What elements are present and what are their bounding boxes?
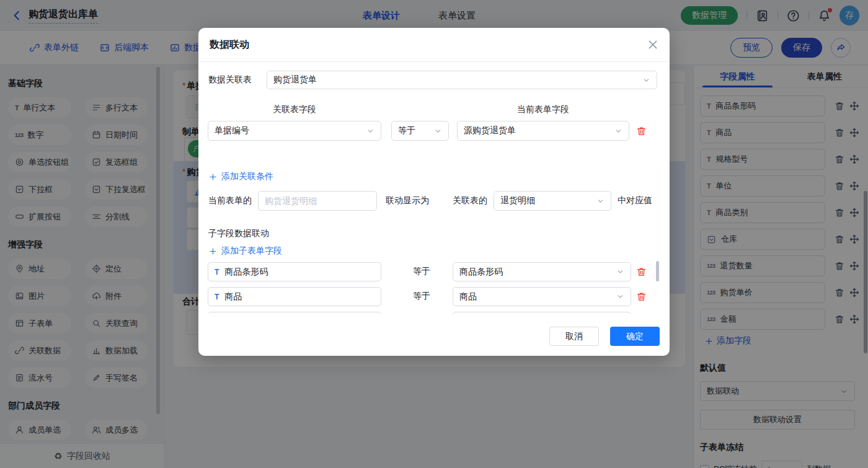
chevron-down-icon: [616, 293, 624, 301]
current-form-label: 当前表单的: [208, 195, 252, 206]
relation-table-value: 购货退货单: [273, 74, 317, 86]
subfield-mapping-row-clipped: [198, 312, 660, 314]
plus-icon: [209, 247, 217, 255]
subfield-target-value: 商品: [459, 291, 477, 302]
subfield-source-label: 商品条形码: [224, 267, 268, 278]
condition-operator-value: 等于: [398, 125, 415, 136]
condition-field-value: 单据编号: [215, 125, 249, 136]
left-column-header: 关联表字段: [208, 104, 381, 115]
text-icon: T: [215, 268, 219, 276]
add-condition-label: 添加关联条件: [221, 171, 273, 182]
plus-icon: [209, 173, 217, 181]
subfield-target-select[interactable]: 商品条形码: [453, 262, 631, 281]
data-linkage-modal: 数据联动 数据关联表 购货退货单 关联表字段 当前表单字段 单据编号 等于 源购…: [198, 28, 670, 356]
operator-text: 等于: [413, 266, 430, 277]
subfield-source-box[interactable]: T 商品条形码: [208, 262, 381, 281]
close-icon[interactable]: [647, 39, 658, 50]
subfield-mapping-row: T 商品条形码 等于 商品条形码: [198, 262, 660, 281]
add-subfield-link[interactable]: 添加子表单字段: [209, 245, 282, 257]
chevron-down-icon: [366, 127, 374, 135]
add-condition-link[interactable]: 添加关联条件: [209, 171, 273, 182]
cancel-button[interactable]: 取消: [549, 327, 599, 346]
subfield-source-box[interactable]: T 商品: [208, 287, 381, 306]
chevron-down-icon: [642, 76, 650, 84]
operator-text: 等于: [413, 291, 430, 302]
text-icon: T: [215, 293, 219, 301]
subfield-target-select[interactable]: 商品: [453, 287, 631, 306]
relation-table-label: 数据关联表: [208, 74, 252, 86]
relation-table-row: 数据关联表 购货退货单: [208, 74, 660, 86]
condition-target-select[interactable]: 源购货退货单: [457, 121, 629, 141]
condition-field-select[interactable]: 单据编号: [208, 121, 381, 141]
subfield-mapping-list: T 商品条形码 等于 商品条形码 T 商品 等于 商品: [198, 262, 660, 314]
condition-row: 单据编号 等于 源购货退货单: [198, 121, 670, 141]
subfield-target-select[interactable]: [453, 312, 631, 314]
subfield-target-value: 商品条形码: [459, 267, 503, 278]
modal-title: 数据联动: [210, 38, 249, 51]
display-as-label: 联动显示为: [386, 195, 429, 206]
chevron-down-icon: [434, 127, 442, 135]
chevron-down-icon: [614, 127, 622, 135]
delete-mapping-icon[interactable]: [636, 291, 647, 302]
confirm-button[interactable]: 确定: [610, 327, 660, 346]
chevron-down-icon: [616, 268, 624, 276]
delete-mapping-icon[interactable]: [636, 267, 647, 277]
related-field-select[interactable]: 退货明细: [494, 191, 611, 211]
chevron-down-icon: [596, 197, 604, 205]
display-mapping-row: 当前表单的 联动显示为 关联表的 退货明细 中对应值: [208, 191, 652, 211]
subfield-linkage-heading: 子字段数据联动: [208, 228, 269, 239]
condition-operator-select[interactable]: 等于: [391, 121, 449, 141]
corresponding-value-label: 中对应值: [618, 195, 652, 206]
subfield-source-box[interactable]: [208, 312, 381, 314]
condition-target-value: 源购货退货单: [464, 125, 516, 136]
subfield-source-label: 商品: [224, 291, 242, 302]
relation-table-select[interactable]: 购货退货单: [267, 71, 657, 89]
right-column-header: 当前表单字段: [457, 104, 629, 115]
current-form-field-input[interactable]: [258, 191, 377, 211]
delete-condition-icon[interactable]: [636, 126, 647, 136]
subfield-mapping-row: T 商品 等于 商品: [198, 287, 660, 306]
modal-scrollbar[interactable]: [656, 261, 659, 281]
add-subfield-label: 添加子表单字段: [221, 245, 282, 257]
related-table-label: 关联表的: [453, 195, 487, 206]
related-field-value: 退货明细: [500, 195, 535, 206]
